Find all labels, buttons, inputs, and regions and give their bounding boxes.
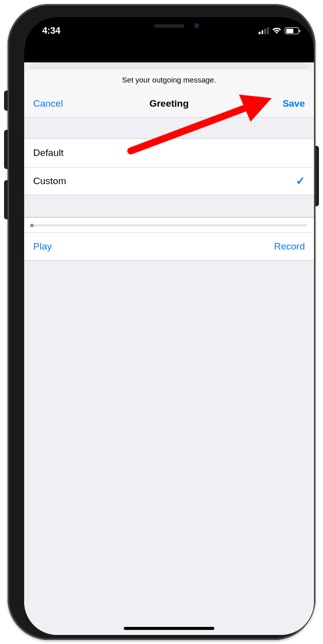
notch <box>105 17 233 35</box>
phone-frame: 4:34 Set you <box>8 4 315 640</box>
cancel-button[interactable]: Cancel <box>33 98 124 109</box>
section-gap-2 <box>24 195 314 217</box>
sheet-title: Greeting <box>124 98 214 109</box>
play-record-row: Play Record <box>24 232 314 261</box>
option-default[interactable]: Default <box>24 139 314 167</box>
option-custom[interactable]: Custom ✓ <box>24 167 314 195</box>
play-button[interactable]: Play <box>33 241 169 252</box>
record-button[interactable]: Record <box>169 241 305 252</box>
cellular-signal-icon <box>259 27 269 34</box>
playback-slider[interactable] <box>31 224 307 226</box>
option-custom-label: Custom <box>33 176 296 187</box>
speaker-grille <box>154 24 184 28</box>
save-button[interactable]: Save <box>214 98 305 109</box>
option-default-label: Default <box>33 147 305 158</box>
section-gap <box>24 118 314 139</box>
wifi-icon <box>272 27 282 34</box>
playback-thumb[interactable] <box>30 223 34 227</box>
screen: 4:34 Set you <box>24 17 314 635</box>
battery-icon <box>285 27 299 34</box>
checkmark-icon: ✓ <box>296 175 305 188</box>
home-indicator[interactable] <box>124 627 214 630</box>
sheet-navbar: Cancel Greeting Save <box>24 90 314 118</box>
front-camera <box>194 23 199 28</box>
sheet-subtitle: Set your outgoing message. <box>24 69 314 90</box>
playback-progress-row <box>24 217 314 232</box>
greeting-sheet: Set your outgoing message. Cancel Greeti… <box>24 69 314 635</box>
phone-bezel: 4:34 Set you <box>24 17 314 635</box>
